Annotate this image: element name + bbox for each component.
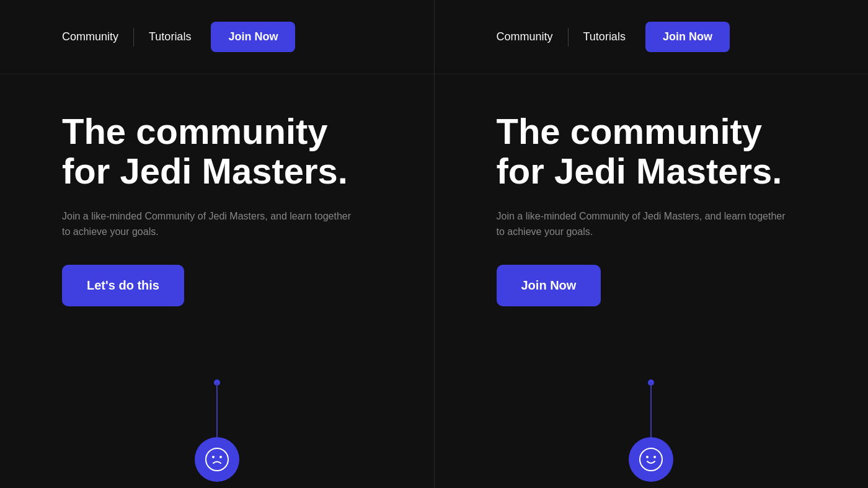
svg-point-4 xyxy=(646,456,649,458)
svg-point-5 xyxy=(653,456,656,458)
nav-right: Community Tutorials Join Now xyxy=(435,0,869,74)
hero-title-left: The community for Jedi Masters. xyxy=(62,112,372,191)
svg-point-0 xyxy=(206,448,228,471)
panel-left: Community Tutorials Join Now The communi… xyxy=(0,0,435,488)
decoration-left xyxy=(0,383,434,488)
hero-title-right: The community for Jedi Masters. xyxy=(497,112,807,191)
nav-left: Community Tutorials Join Now xyxy=(0,0,434,74)
happy-face-icon xyxy=(639,448,663,471)
nav-join-btn-right[interactable]: Join Now xyxy=(645,22,730,52)
decoration-right xyxy=(435,383,869,488)
decoration-circle-right xyxy=(629,437,673,482)
hero-subtitle-left: Join a like-minded Community of Jedi Mas… xyxy=(62,208,360,240)
decoration-circle-left xyxy=(195,437,239,482)
nav-tutorials-left[interactable]: Tutorials xyxy=(149,30,191,43)
nav-community-right[interactable]: Community xyxy=(497,30,553,43)
nav-community-left[interactable]: Community xyxy=(62,30,118,43)
hero-subtitle-right: Join a like-minded Community of Jedi Mas… xyxy=(497,208,794,240)
nav-divider-left xyxy=(133,28,134,47)
svg-point-3 xyxy=(640,448,662,471)
nav-join-btn-left[interactable]: Join Now xyxy=(211,22,295,52)
panel-right: Community Tutorials Join Now The communi… xyxy=(435,0,869,488)
sad-face-icon xyxy=(205,448,229,471)
nav-tutorials-right[interactable]: Tutorials xyxy=(583,30,626,43)
hero-cta-right[interactable]: Join Now xyxy=(497,265,601,306)
panels-container: Community Tutorials Join Now The communi… xyxy=(0,0,868,488)
hero-right: The community for Jedi Masters. Join a l… xyxy=(435,74,869,383)
hero-cta-left[interactable]: Let's do this xyxy=(62,265,184,306)
svg-point-2 xyxy=(219,456,222,458)
hero-left: The community for Jedi Masters. Join a l… xyxy=(0,74,434,383)
nav-divider-right xyxy=(568,28,569,47)
svg-point-1 xyxy=(212,456,215,458)
